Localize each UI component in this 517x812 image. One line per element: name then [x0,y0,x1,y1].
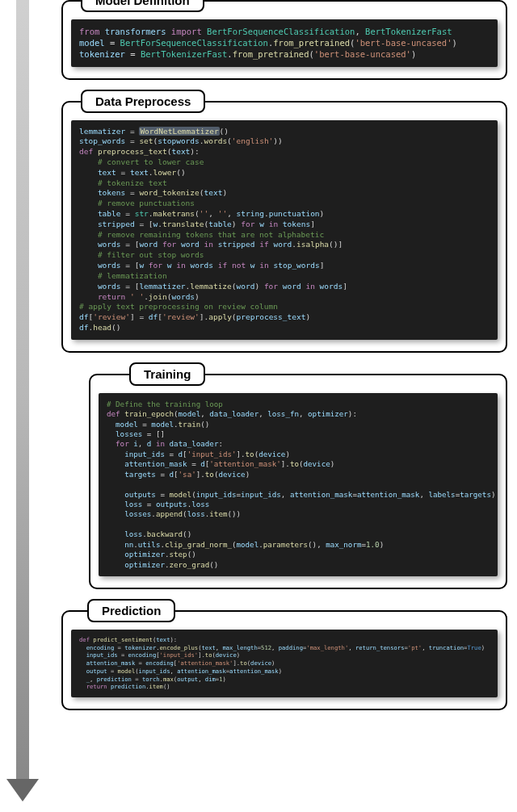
arrow-shaft [16,0,29,783]
section-data-preprocess: Data Preprocess lemmatizer = WordNetLemm… [61,101,507,353]
section-training: Training # Define the training loop def … [89,374,507,589]
section-label-prediction: Prediction [87,599,175,622]
code-prediction: def predict_sentiment(text): encoding = … [71,630,498,697]
arrow-head-icon [6,779,39,802]
code-model-definition: from transformers import BertForSequence… [71,19,498,67]
code-data-preprocess: lemmatizer = WordNetLemmatizer() stop_wo… [71,120,498,340]
section-label-model-definition: Model Definition [81,0,204,12]
workflow-steps: Model Definition from transformers impor… [61,0,507,725]
section-label-training: Training [129,362,205,386]
section-label-data-preprocess: Data Preprocess [81,90,205,113]
workflow-arrow [6,0,39,812]
section-model-definition: Model Definition from transformers impor… [61,0,507,80]
section-prediction: Prediction def predict_sentiment(text): … [61,610,507,710]
code-training: # Define the training loop def train_epo… [99,393,498,576]
